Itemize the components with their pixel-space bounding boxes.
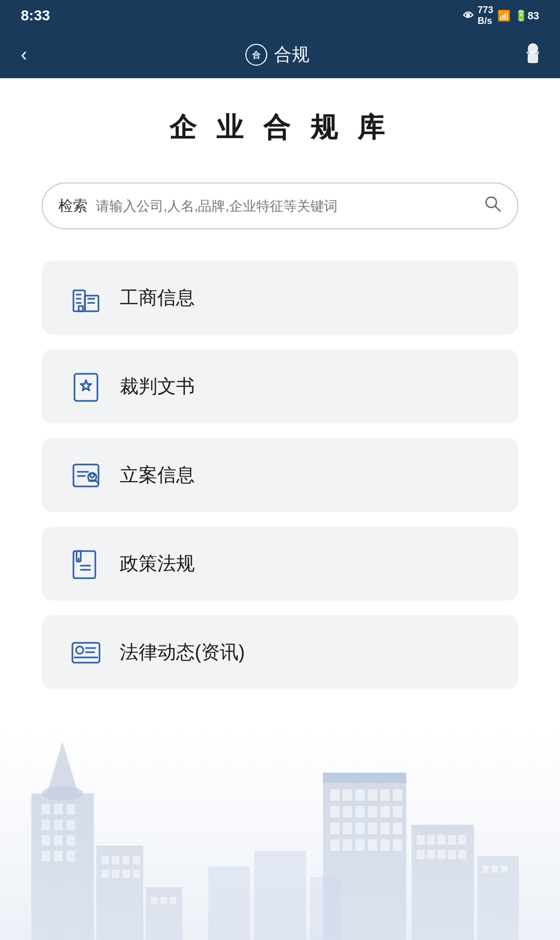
svg-rect-84 [355, 839, 365, 851]
svg-rect-77 [343, 823, 352, 834]
svg-point-5 [486, 197, 496, 207]
back-button[interactable]: ‹ [16, 39, 32, 71]
signal-icon: 773B/s [478, 5, 493, 27]
nav-title: 合 合规 [245, 43, 309, 67]
svg-rect-71 [343, 806, 352, 817]
search-icon[interactable] [484, 195, 502, 217]
status-bar: 8:33 👁 773B/s 📶 🔋83 [0, 0, 560, 31]
svg-point-29 [76, 646, 83, 654]
svg-point-22 [90, 473, 94, 478]
svg-rect-89 [417, 835, 425, 845]
skyline-illustration [0, 731, 560, 940]
svg-rect-14 [79, 306, 83, 311]
svg-rect-40 [54, 820, 63, 830]
svg-rect-94 [417, 850, 425, 859]
svg-rect-79 [368, 823, 377, 834]
svg-rect-56 [122, 870, 130, 878]
nav-right-icon[interactable] [521, 43, 544, 66]
menu-item-gongshang[interactable]: 工商信息 [42, 261, 518, 335]
nav-title-text: 合规 [274, 43, 309, 67]
svg-rect-53 [133, 856, 140, 864]
svg-rect-105 [310, 877, 341, 940]
svg-rect-102 [501, 865, 507, 873]
status-icons: 👁 773B/s 📶 🔋83 [463, 5, 539, 27]
svg-rect-82 [330, 839, 340, 851]
svg-rect-90 [427, 835, 435, 845]
svg-rect-66 [355, 789, 365, 801]
svg-rect-100 [482, 865, 489, 873]
document-star-icon [68, 368, 104, 405]
svg-rect-96 [438, 850, 445, 859]
search-bar[interactable]: 检索 [42, 182, 518, 229]
svg-rect-37 [54, 804, 63, 814]
eye-icon: 👁 [463, 10, 474, 22]
svg-rect-92 [448, 835, 456, 845]
svg-rect-43 [54, 835, 63, 846]
building-icon [68, 279, 104, 316]
svg-rect-4 [527, 51, 539, 54]
wifi-icon: 📶 [497, 9, 511, 22]
menu-item-lian[interactable]: 立案信息 [42, 438, 518, 512]
status-time: 8:33 [21, 7, 50, 24]
menu-item-falv[interactable]: 法律动态(资讯) [42, 615, 518, 689]
svg-rect-38 [67, 804, 75, 814]
svg-rect-80 [380, 823, 390, 834]
menu-list: 工商信息 裁判文书 [42, 261, 518, 689]
svg-rect-76 [330, 823, 340, 834]
svg-rect-46 [54, 851, 63, 861]
svg-rect-51 [112, 856, 119, 864]
menu-item-zhengce[interactable]: 政策法规 [42, 527, 518, 601]
svg-rect-69 [393, 789, 402, 801]
svg-rect-39 [42, 820, 50, 830]
svg-rect-47 [67, 851, 75, 861]
main-content: 企 业 合 规 库 检索 [0, 78, 560, 689]
svg-rect-3 [528, 54, 538, 63]
svg-rect-65 [343, 789, 352, 801]
svg-rect-95 [427, 850, 435, 859]
nav-logo-icon: 合 [245, 43, 268, 66]
svg-rect-101 [492, 865, 498, 873]
policy-icon [68, 545, 104, 582]
svg-rect-104 [254, 851, 306, 940]
svg-rect-36 [42, 804, 50, 814]
svg-text:合: 合 [252, 51, 261, 59]
menu-item-caipan-label: 裁判文书 [120, 374, 195, 399]
svg-rect-91 [438, 835, 445, 845]
svg-rect-64 [330, 789, 340, 801]
svg-rect-58 [146, 887, 182, 940]
menu-item-falv-label: 法律动态(资讯) [120, 640, 245, 665]
menu-item-lian-label: 立案信息 [120, 462, 195, 488]
svg-rect-55 [112, 870, 119, 878]
svg-rect-42 [42, 835, 50, 846]
svg-rect-78 [355, 823, 365, 834]
svg-rect-83 [343, 839, 352, 851]
menu-item-caipan[interactable]: 裁判文书 [42, 349, 518, 423]
svg-rect-67 [368, 789, 377, 801]
svg-rect-52 [122, 856, 130, 864]
search-label: 检索 [58, 196, 88, 216]
svg-line-6 [495, 206, 500, 211]
svg-rect-97 [448, 850, 456, 859]
svg-rect-81 [393, 823, 402, 834]
svg-rect-45 [42, 851, 50, 861]
svg-rect-72 [355, 806, 365, 817]
svg-rect-73 [368, 806, 377, 817]
svg-rect-63 [323, 773, 406, 783]
menu-item-zhengce-label: 政策法规 [120, 551, 195, 577]
nav-bar: ‹ 合 合规 [0, 31, 560, 78]
search-input[interactable] [96, 198, 476, 214]
case-icon [68, 457, 104, 493]
svg-rect-87 [393, 839, 402, 851]
svg-rect-50 [102, 856, 109, 864]
svg-rect-34 [31, 793, 94, 940]
svg-rect-44 [67, 835, 75, 846]
svg-rect-41 [67, 820, 75, 830]
page-title: 企 业 合 规 库 [42, 109, 518, 146]
svg-rect-93 [458, 835, 466, 845]
svg-rect-75 [393, 806, 402, 817]
svg-rect-57 [133, 870, 140, 878]
menu-item-gongshang-label: 工商信息 [120, 285, 195, 311]
svg-rect-68 [380, 789, 390, 801]
svg-rect-103 [208, 866, 250, 940]
svg-rect-86 [380, 839, 390, 851]
